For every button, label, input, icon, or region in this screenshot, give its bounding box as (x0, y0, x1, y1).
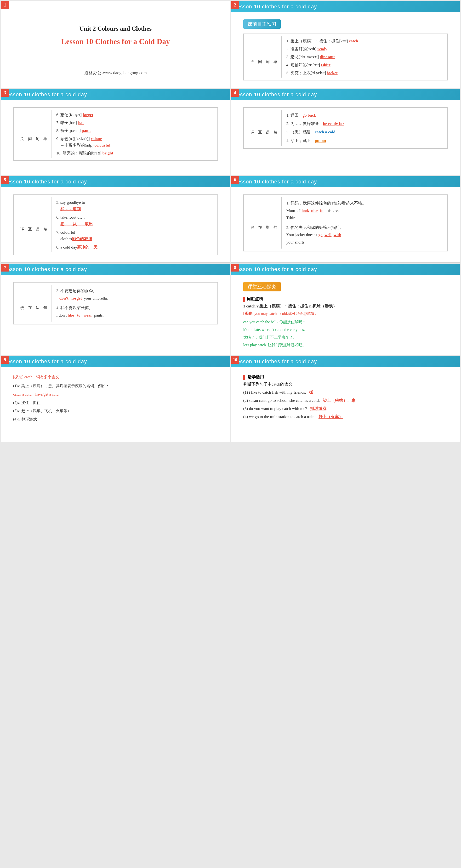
sent-fill-1a: look (302, 208, 309, 213)
phrase-item: 8. a cold day寒冷的一天 (56, 244, 213, 250)
card-5: 5 lesson 10 clothes for a cold day 短语互译 … (1, 176, 230, 263)
vocab-box-3: 单词闯关 6. 忘记[fəˈɡet] forget 7. 帽子[hæt] hat… (13, 107, 218, 161)
phrase-answer-2: be ready for (323, 121, 344, 126)
example-2: it's too late, we can't catch the early … (243, 326, 448, 334)
judge-num-2: (2) (243, 398, 248, 403)
phrase-answer-3: catch a cold (315, 130, 336, 134)
vocab-label-3: 单词闯关 (19, 110, 52, 158)
observe-content: you may catch a cold.你可能会患感冒。 (254, 312, 318, 316)
answer-6: forget (83, 113, 93, 117)
activity-bar (243, 375, 245, 380)
card-8-header: lesson 10 clothes for a cold day (231, 264, 460, 275)
lesson-title: Lesson 10 Clothes for a Cold Day (16, 37, 216, 46)
judge-item-3: (3) do you want to play catch with me? 抓… (243, 405, 448, 413)
card-num-7: 7 (1, 264, 9, 272)
vocab-box-2: 单词闯关 1. 染上（疾病）；接住；抓住[kæt] catch 2. 准备好的[… (243, 33, 448, 81)
sentence-items-6: 1. 妈妈，我穿这件绿色的T恤衫看起来不错。 Mum，I look nice i… (286, 197, 443, 249)
card-3: 3 lesson 10 clothes for a cold day 单词闯关 … (1, 89, 230, 175)
example-1: can you catch the ball? 你能接住球吗？ (243, 318, 448, 326)
phrase-item: 3. （患）感冒 catch a cold (286, 129, 443, 135)
explore-item-4: (4)n. 抓球游戏 (13, 416, 218, 423)
activity-title-bar: 活学活用 (243, 374, 453, 380)
sent7-fill-3: like (67, 313, 74, 317)
sentence-label-6: 句型在线 (249, 197, 282, 249)
phrase-box-4: 短语互译 1. 返回 go back 2. 为……做好准备 be ready f… (243, 107, 448, 149)
phrase-item: 1. 返回 go back (286, 112, 443, 119)
answer-4: tshirt (321, 63, 331, 67)
explore-item-2: (2)v. 接住；抓住 (13, 399, 218, 406)
sentence-item: 2. 你的夹克和你的短裤不搭配。 Your jacket doesn't go … (286, 224, 443, 246)
card-num-1: 1 (1, 1, 9, 9)
example-4: let's play catch. 让我们玩抓球游戏吧。 (243, 341, 448, 349)
card-7-header: lesson 10 clothes for a cold day (1, 264, 230, 275)
phrase-items-5: 5. say goodbye to 和……道别 6. take…out of… … (56, 197, 213, 252)
unit-title: Unit 2 Colours and Clothes (16, 25, 216, 32)
card-3-body: 单词闯关 6. 忘记[fəˈɡet] forget 7. 帽子[hæt] hat… (1, 100, 230, 168)
phrase-item: 6. take…out of… 把……从……取出 (56, 214, 213, 227)
vocab-label-2: 单词闯关 (249, 36, 282, 78)
sent7-fill-1: don't (59, 296, 68, 301)
sent-fill-1b: nice (311, 208, 318, 213)
judge-answer-3: 抓球游戏 (310, 406, 327, 411)
sent7-fill-4: to (77, 313, 81, 317)
card-4-header: lesson 10 clothes for a cold day (231, 89, 460, 100)
card-5-header: lesson 10 clothes for a cold day (1, 176, 230, 187)
judge-num-1: (1) (243, 390, 248, 395)
card-8: 8 lesson 10 clothes for a cold day 课堂互动探… (231, 264, 460, 355)
phrase-answer-1: go back (303, 113, 316, 118)
card-5-body: 短语互译 5. say goodbye to 和……道别 6. take…out… (1, 187, 230, 262)
answer-1: catch (349, 39, 358, 43)
card-9-header: lesson 10 clothes for a cold day (1, 356, 230, 367)
answer-9: colour (91, 136, 102, 141)
answer-3: dinosaur (320, 55, 335, 59)
judge-answer-1: 抓 (309, 390, 313, 395)
vocab-item: 3. 恐龙['dɑːməsɔː] dinosaur (286, 54, 443, 60)
phrase-item: 2. 为……做好准备 be ready for (286, 120, 443, 127)
phrase-box-5: 短语互译 5. say goodbye to 和……道别 6. take…out… (13, 194, 218, 255)
card-4: 4 lesson 10 clothes for a cold day 短语互译 … (231, 89, 460, 175)
vocab-item: 9. 颜色(n.)['kʌlə(r)] colour →丰富多彩的(adj.) … (56, 135, 213, 149)
observe-label: [观察] (243, 312, 254, 316)
answer-7: hat (78, 120, 84, 125)
card-2: 2 lesson 10 clothes for a cold day 课前自主预… (231, 1, 460, 88)
judge-item-2: (2) susan can't go to school. she catche… (243, 397, 448, 405)
card-2-body: 课前自主预习 单词闯关 1. 染上（疾病）；接住；抓住[kæt] catch 2… (231, 12, 460, 88)
card-6-body: 句型在线 1. 妈妈，我穿这件绿色的T恤衫看起来不错。 Mum，I look n… (231, 187, 460, 258)
website: 道格办公-www.daogebangong.com (16, 70, 216, 76)
vocab-item: 1. 染上（疾病）；接住；抓住[kæt] catch (286, 38, 443, 44)
card-6: 6 lesson 10 clothes for a cold day 句型在线 … (231, 176, 460, 263)
judge-text-4: we go to the train station to catch a tr… (249, 414, 316, 419)
observe-text: [观察] you may catch a cold.你可能会患感冒。 (243, 310, 448, 317)
card-9: 9 lesson 10 clothes for a cold day [探究] … (1, 356, 230, 442)
vocab-items-2: 1. 染上（疾病）；接住；抓住[kæt] catch 2. 准备好的['redi… (286, 36, 443, 78)
card-num-9: 9 (1, 356, 9, 364)
section-bar (243, 297, 245, 302)
judge-text-3: do you want to play catch with me? (249, 406, 307, 411)
answer-9b: colourful (95, 143, 111, 148)
judge-item-4: (4) we go to the train station to catch … (243, 413, 448, 421)
card-4-body: 短语互译 1. 返回 go back 2. 为……做好准备 be ready f… (231, 100, 460, 156)
phrase-answer-5: 和……道别 (60, 207, 81, 211)
phrase-answer-8: 寒冷的一天 (77, 245, 97, 249)
explore-item-3: (3)v. 赶上（汽车、飞机、火车等） (13, 407, 218, 414)
vocab-items-3: 6. 忘记[fəˈɡet] forget 7. 帽子[hæt] hat 8. 裤… (56, 110, 213, 158)
activity-desc: 判断下列句子中catch的含义 (243, 381, 448, 387)
card-9-body: [探究] catch一词有多个含义： (1)v. 染上（疾病），患。其后接表示疾… (1, 367, 230, 429)
phrase-label-5: 短语互译 (19, 197, 52, 252)
activity-label: 活学活用 (248, 375, 264, 379)
card-num-3: 3 (1, 89, 9, 97)
sent-fill-1c: in (320, 208, 324, 213)
page-grid: 1 Unit 2 Colours and Clothes Lesson 10 C… (0, 0, 461, 443)
phrase-item: 7. colourful clothes彩色的衣服 (56, 229, 213, 242)
phrase-answer-7: 彩色的衣服 (72, 237, 92, 241)
answer-5: jacket (327, 71, 337, 75)
sent7-fill-2: forget (71, 296, 82, 301)
judge-items: (1) i like to catch fish with my friends… (243, 389, 448, 421)
classroom-banner: 课堂互动探究 (243, 282, 281, 291)
card-8-body: 课堂互动探究 词汇点睛 1 catch v.染上（疾病）；接住；抓住 n.抓球（… (231, 275, 460, 354)
card-7: 7 lesson 10 clothes for a cold day 句型在线 … (1, 264, 230, 355)
vocab-title: 词汇点睛 (243, 296, 453, 302)
card-10-header: lesson 10 clothes for a cold day (231, 356, 460, 367)
vocab-item: 8. 裤子[pænts] pants (56, 127, 213, 134)
judge-answer-2: 染上（疾病）、患 (323, 398, 356, 403)
